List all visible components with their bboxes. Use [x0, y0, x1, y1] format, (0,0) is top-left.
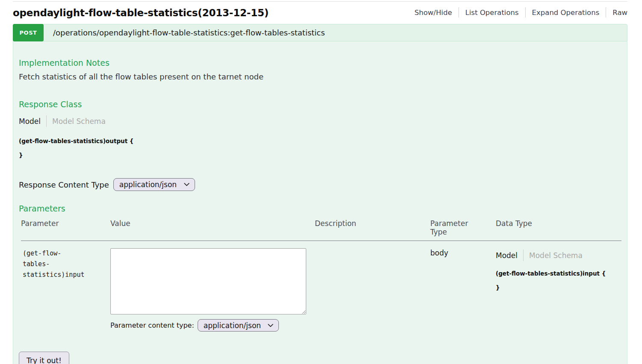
response-model-signature: (get-flow-tables-statistics)output { }	[19, 138, 621, 159]
parameter-content-type-select[interactable]: application/json	[198, 319, 279, 332]
try-it-out-button[interactable]: Try it out!	[19, 352, 69, 364]
response-class-heading: Response Class	[19, 100, 621, 109]
model-signature-close: }	[496, 284, 621, 291]
parameter-content-type-label: Parameter content type:	[110, 321, 194, 329]
tab-model-schema[interactable]: Model Schema	[529, 251, 583, 260]
response-content-type-value: application/json	[119, 180, 177, 189]
tab-model-schema[interactable]: Model Schema	[52, 117, 106, 126]
parameter-value-cell: Parameter content type: application/json	[110, 248, 315, 332]
endpoint-path[interactable]: /operations/opendaylight-flow-table-stat…	[53, 28, 325, 37]
tab-model[interactable]: Model	[19, 117, 41, 126]
implementation-notes-heading: Implementation Notes	[19, 41, 621, 68]
model-signature-open: (get-flow-tables-statistics)output {	[19, 138, 621, 145]
parameter-data-type-cell: Model Model Schema (get-flow-tables-stat…	[496, 248, 621, 332]
header-links: Show/Hide List Operations Expand Operati…	[414, 7, 627, 18]
column-header-parameter: Parameter	[21, 219, 110, 236]
implementation-notes-text: Fetch statistics of all the flow tables …	[19, 72, 621, 81]
chevron-down-icon	[184, 183, 189, 186]
parameter-row: (get-flow-tables-statistics)input Parame…	[21, 241, 621, 332]
parameter-content-type-value: application/json	[204, 321, 261, 330]
response-model-tabs: Model Model Schema	[19, 115, 621, 127]
list-operations-link[interactable]: List Operations	[465, 9, 519, 17]
response-content-type-label: Response Content Type	[19, 180, 109, 189]
input-model-signature: (get-flow-tables-statistics)input { }	[496, 270, 621, 291]
post-method-badge: POST	[13, 24, 44, 41]
model-signature-close: }	[19, 152, 621, 159]
tab-model[interactable]: Model	[496, 251, 518, 260]
parameter-type: body	[430, 248, 496, 332]
chevron-down-icon	[268, 324, 273, 327]
page-title: opendaylight-flow-table-statistics(2013-…	[13, 7, 269, 18]
column-header-value: Value	[110, 219, 315, 236]
data-type-model-tabs: Model Model Schema	[496, 250, 621, 261]
link-separator	[459, 7, 459, 18]
parameter-content-type-row: Parameter content type: application/json	[110, 319, 315, 332]
column-header-description: Description	[315, 219, 430, 236]
column-header-parameter-type: Parameter Type	[430, 219, 473, 236]
raw-link[interactable]: Raw	[612, 9, 627, 17]
link-separator	[606, 7, 606, 18]
top-divider	[13, 1, 627, 2]
operation-detail-panel: Implementation Notes Fetch statistics of…	[13, 41, 627, 364]
endpoint-bar[interactable]: POST /operations/opendaylight-flow-table…	[13, 24, 627, 41]
link-separator	[525, 7, 526, 18]
parameter-value-textarea[interactable]	[110, 248, 306, 314]
model-signature-open: (get-flow-tables-statistics)input {	[496, 270, 621, 277]
parameter-description	[315, 248, 430, 332]
api-section-header: opendaylight-flow-table-statistics(2013-…	[13, 7, 627, 18]
expand-operations-link[interactable]: Expand Operations	[532, 9, 600, 17]
column-header-data-type: Data Type	[496, 219, 621, 236]
tab-separator	[46, 115, 47, 127]
response-content-type-select[interactable]: application/json	[113, 178, 195, 191]
parameters-table-header: Parameter Value Description Parameter Ty…	[21, 219, 621, 241]
response-content-type-row: Response Content Type application/json	[19, 178, 621, 191]
parameters-table: Parameter Value Description Parameter Ty…	[21, 219, 621, 332]
tab-separator	[523, 250, 524, 261]
parameter-name: (get-flow-tables-statistics)input	[21, 248, 86, 332]
show-hide-link[interactable]: Show/Hide	[414, 9, 452, 17]
parameters-heading: Parameters	[19, 204, 621, 213]
